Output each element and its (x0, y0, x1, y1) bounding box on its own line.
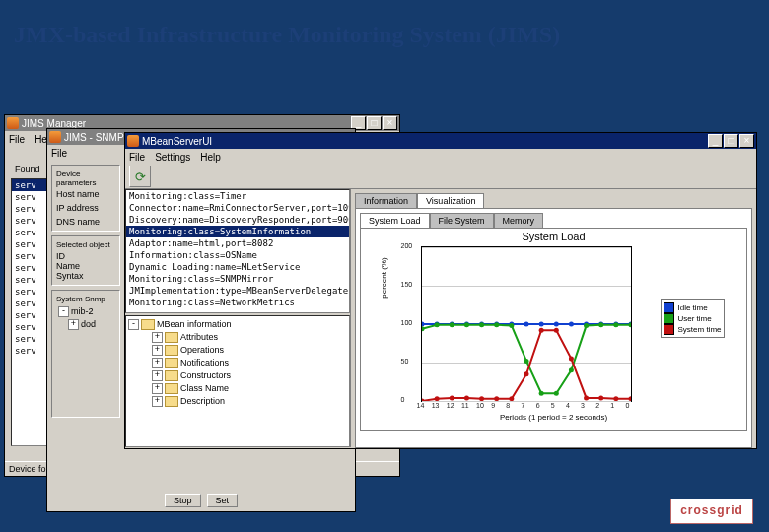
plot-area (421, 246, 632, 402)
list-item[interactable]: serv (12, 250, 49, 262)
tree-expand-icon[interactable]: + (152, 332, 163, 343)
svg-point-16 (434, 322, 439, 327)
svg-point-20 (494, 322, 499, 327)
mbean-titlebar[interactable]: MBeanServerUI _ □ × (125, 133, 756, 149)
tree-expand-icon[interactable]: + (68, 319, 79, 330)
svg-point-24 (553, 391, 558, 396)
tree-expand-icon[interactable]: + (152, 358, 163, 368)
tree-node[interactable]: +Class Name (152, 382, 347, 395)
mbean-list[interactable]: Monitoring:class=TimerConnector:name=Rmi… (125, 189, 350, 313)
svg-point-27 (598, 322, 603, 327)
svg-point-33 (463, 395, 468, 400)
max-button[interactable]: □ (724, 134, 738, 148)
chart-title: System Load (382, 231, 727, 242)
list-item[interactable]: serv (12, 227, 49, 238)
list-item[interactable]: serv (12, 321, 49, 333)
list-item[interactable]: serv (12, 203, 49, 215)
system-load-chart: System Load percent (%) Periods (1 perio… (382, 231, 727, 424)
tree-node[interactable]: +Operations (152, 344, 347, 357)
tree-node[interactable]: +Notifications (152, 357, 347, 369)
svg-point-0 (422, 322, 425, 327)
svg-point-19 (479, 322, 484, 327)
set-button[interactable]: Set (207, 494, 239, 507)
legend-item: User time (664, 313, 721, 324)
stop-button[interactable]: Stop (165, 494, 201, 507)
max-button[interactable]: □ (367, 116, 382, 130)
tab-memory[interactable]: Memory (494, 213, 544, 228)
refresh-button[interactable]: ⟳ (129, 166, 151, 187)
svg-point-25 (568, 367, 573, 372)
close-button[interactable]: × (739, 134, 754, 148)
list-item[interactable]: Monitoring:class=NetworkMetrics (126, 297, 349, 308)
tab-system-load[interactable]: System Load (360, 213, 430, 228)
tree-node[interactable]: +Attributes (152, 331, 347, 344)
list-item[interactable]: JMImplementation:type=MBeanServerDelegat… (126, 285, 349, 297)
folder-icon (165, 383, 178, 394)
list-item[interactable]: serv (12, 333, 49, 345)
list-item[interactable]: serv (12, 298, 49, 309)
menu-file[interactable]: File (9, 134, 25, 145)
tree-node[interactable]: +Description (152, 395, 347, 408)
tree-expand-icon[interactable]: - (128, 319, 139, 330)
svg-point-7 (524, 322, 528, 327)
menu-help[interactable]: Help (200, 152, 221, 163)
svg-point-44 (628, 396, 631, 401)
list-item[interactable]: serv (12, 286, 49, 298)
folder-icon (141, 319, 155, 330)
svg-point-21 (509, 323, 514, 328)
svg-point-26 (584, 323, 589, 328)
svg-point-39 (553, 328, 558, 333)
metric-tabs: System Load File System Memory (360, 213, 747, 228)
tree-node[interactable]: +Constructors (152, 369, 347, 382)
list-item[interactable]: Monitoring:class=Timer (126, 190, 349, 202)
list-item[interactable]: serv (12, 179, 49, 191)
list-item[interactable]: Connector:name=RmiConnectorServer,port=1… (126, 202, 349, 214)
selected-object-panel: Selected object ID Name Syntax (51, 235, 120, 286)
mbean-info-tree[interactable]: -MBean information+Attributes+Operations… (126, 316, 349, 410)
tree-expand-icon[interactable]: + (152, 370, 163, 381)
list-item[interactable]: serv (12, 309, 49, 321)
list-item[interactable]: Information:class=OSName (126, 249, 349, 261)
tree-expand-icon[interactable]: - (58, 306, 69, 317)
manager-host-list[interactable]: servservservservservservservservservserv… (11, 178, 50, 446)
list-item[interactable]: serv (12, 262, 49, 274)
tree-expand-icon[interactable]: + (152, 383, 163, 394)
svg-point-34 (479, 396, 484, 401)
list-item[interactable]: Discovery:name=DiscoveryResponder,port=9… (126, 214, 349, 226)
legend-item: Idle time (664, 302, 721, 313)
list-item[interactable]: serv (12, 238, 49, 250)
min-button[interactable]: _ (708, 134, 723, 148)
java-icon (127, 135, 139, 147)
menu-settings[interactable]: Settings (155, 152, 190, 163)
list-item[interactable]: serv (12, 345, 49, 357)
menu-file[interactable]: File (51, 148, 67, 159)
svg-point-35 (494, 396, 499, 401)
folder-icon (165, 345, 178, 356)
tab-information[interactable]: Information (355, 193, 417, 208)
close-button[interactable]: × (383, 116, 397, 130)
svg-point-23 (538, 391, 543, 396)
x-axis-label: Periods (1 period = 2 seconds) (382, 413, 727, 422)
list-item[interactable]: serv (12, 274, 49, 286)
mbean-menu: File Settings Help (125, 149, 756, 165)
svg-point-30 (422, 399, 425, 402)
tree-expand-icon[interactable]: + (152, 396, 163, 407)
menu-file[interactable]: File (129, 152, 145, 163)
tree-expand-icon[interactable]: + (152, 345, 163, 356)
list-item[interactable]: Monitoring:class=SystemInformation (126, 226, 349, 237)
folder-icon (165, 396, 178, 407)
svg-point-17 (449, 322, 454, 327)
folder-icon (165, 370, 178, 381)
device-params-panel: Device parameters Host name IP address D… (51, 165, 120, 232)
slide-title: JMX-based Infrastructure Monitoring Syst… (14, 22, 560, 48)
list-item[interactable]: Dynamic Loading:name=MLetService (126, 261, 349, 273)
list-item[interactable]: Adaptor:name=html,port=8082 (126, 237, 349, 249)
crossgrid-logo: crossgrid (670, 499, 753, 524)
list-item[interactable]: serv (12, 191, 49, 203)
list-item[interactable]: serv (12, 215, 49, 227)
tab-file-system[interactable]: File System (430, 213, 494, 228)
tab-visualization[interactable]: Visualization (417, 193, 484, 208)
legend-swatch-icon (664, 324, 674, 335)
chart-legend: Idle timeUser timeSystem time (661, 299, 724, 338)
list-item[interactable]: Monitoring:class=SNMPMirror (126, 273, 349, 285)
